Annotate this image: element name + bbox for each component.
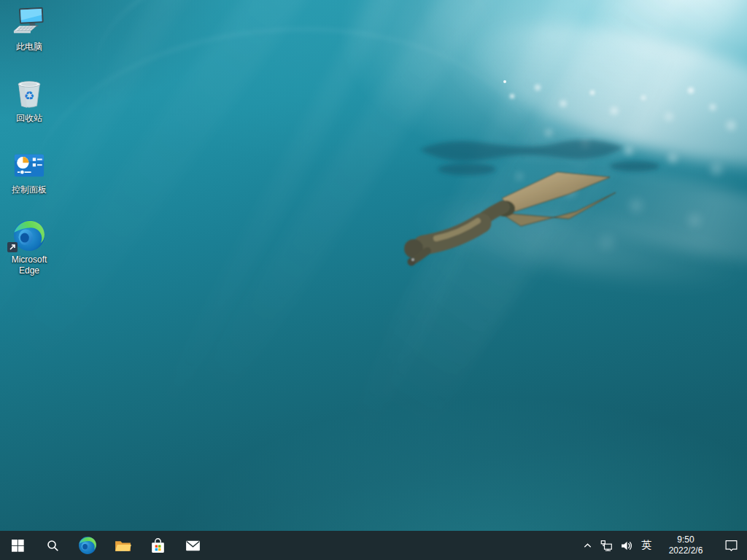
- tray-chevron-button[interactable]: [578, 531, 597, 560]
- desktop-icon-label: Microsoft Edge: [1, 254, 58, 276]
- edge-icon: [12, 219, 46, 252]
- mail-icon: [184, 537, 202, 555]
- desktop-icon-label: 控制面板: [12, 184, 47, 195]
- mail-button[interactable]: [175, 531, 210, 560]
- edge-taskbar-button[interactable]: [70, 531, 105, 560]
- store-button[interactable]: [140, 531, 175, 560]
- recycle-bin-icon: ♻: [12, 77, 46, 111]
- folder-icon: [114, 537, 132, 555]
- this-pc-icon: [12, 6, 46, 39]
- file-explorer-button[interactable]: [105, 531, 140, 560]
- desktop-icon-control-panel[interactable]: 控制面板: [1, 149, 58, 195]
- chevron-up-icon: [582, 540, 593, 551]
- desktop-wallpaper: [0, 0, 747, 560]
- desktop-icon-microsoft-edge[interactable]: Microsoft Edge: [1, 219, 58, 276]
- action-center-icon: [724, 540, 738, 552]
- desktop-icon-label: 此电脑: [16, 42, 42, 52]
- shortcut-arrow-overlay: [7, 242, 18, 252]
- microsoft-store-icon: [149, 537, 167, 555]
- ethernet-network-icon: [600, 540, 613, 552]
- search-icon: [47, 540, 59, 552]
- system-tray: 英 9:50 2022/2/6: [578, 531, 747, 560]
- speaker-icon: [620, 540, 632, 552]
- taskbar-empty-area: [210, 531, 578, 560]
- network-button[interactable]: [597, 531, 616, 560]
- control-panel-icon: [12, 149, 46, 182]
- ime-language-button[interactable]: 英: [636, 531, 657, 560]
- tray-time: 9:50: [677, 534, 694, 545]
- taskbar: 英 9:50 2022/2/6: [0, 531, 747, 560]
- desktop-icon-label: 回收站: [16, 113, 42, 124]
- desktop-icon-this-pc[interactable]: 此电脑: [1, 6, 58, 52]
- sunlight-sparkles: [503, 80, 506, 83]
- edge-icon: [78, 536, 97, 555]
- desktop-icon-recycle-bin[interactable]: ♻ 回收站: [1, 77, 58, 124]
- start-button[interactable]: [0, 531, 35, 560]
- action-center-button[interactable]: [715, 531, 747, 560]
- svg-text:♻: ♻: [24, 89, 35, 103]
- tray-date: 2022/2/6: [669, 545, 703, 556]
- clock-button[interactable]: 9:50 2022/2/6: [657, 531, 715, 560]
- search-button[interactable]: [35, 531, 70, 560]
- volume-button[interactable]: [616, 531, 636, 560]
- windows-desktop: 此电脑 ♻ 回收站: [0, 0, 747, 560]
- windows-logo-icon: [12, 540, 24, 552]
